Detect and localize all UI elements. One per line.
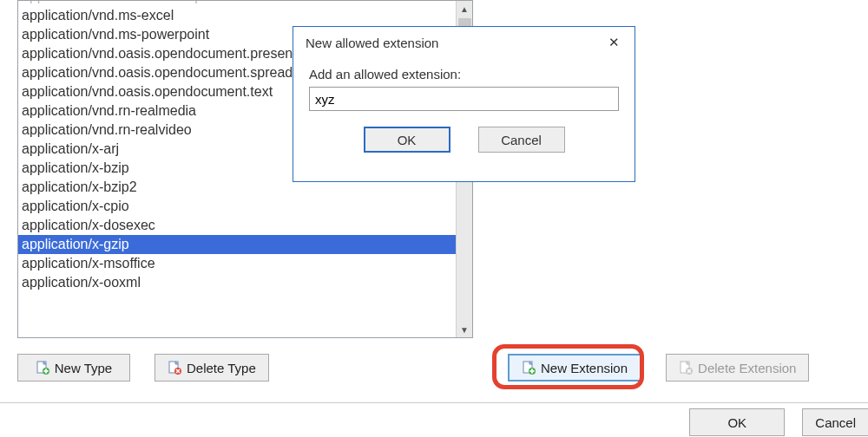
- delete-extension-button: Delete Extension: [666, 354, 809, 382]
- svg-rect-4: [43, 370, 48, 372]
- main-cancel-button[interactable]: Cancel: [802, 408, 868, 436]
- list-item[interactable]: application/x-gzip: [18, 235, 456, 254]
- footer-buttons: OK Cancel: [0, 402, 868, 437]
- delete-type-label: Delete Type: [187, 361, 256, 375]
- list-item[interactable]: application/x-cpio: [18, 197, 456, 216]
- extension-input[interactable]: [309, 87, 619, 111]
- scroll-up-arrow[interactable]: ▲: [457, 1, 472, 16]
- new-type-button[interactable]: New Type: [17, 354, 130, 382]
- list-item[interactable]: application/x-dosexec: [18, 216, 456, 235]
- svg-rect-14: [530, 370, 535, 372]
- document-delete-icon: [168, 361, 181, 375]
- delete-extension-label: Delete Extension: [698, 361, 796, 375]
- dialog-title: New allowed extension: [306, 36, 602, 50]
- dialog-field-label: Add an allowed extension:: [309, 67, 619, 82]
- document-add-icon: [36, 361, 49, 375]
- new-extension-button[interactable]: New Extension: [508, 354, 641, 382]
- document-delete-icon: [679, 361, 693, 375]
- new-extension-label: New Extension: [541, 361, 628, 375]
- dialog-close-button[interactable]: ✕: [602, 32, 626, 53]
- list-item[interactable]: application/x-msoffice: [18, 254, 456, 273]
- delete-type-button[interactable]: Delete Type: [155, 354, 269, 382]
- new-type-label: New Type: [55, 361, 112, 375]
- dialog-cancel-button[interactable]: Cancel: [478, 127, 565, 153]
- new-extension-dialog: New allowed extension ✕ Add an allowed e…: [293, 26, 635, 182]
- main-ok-button[interactable]: OK: [689, 408, 785, 436]
- document-add-icon: [522, 361, 536, 375]
- scroll-down-arrow[interactable]: ▼: [457, 322, 472, 337]
- dialog-ok-button[interactable]: OK: [364, 127, 450, 153]
- list-item[interactable]: application/vnd.ms-excel: [18, 6, 456, 25]
- list-item[interactable]: application/x-ooxml: [18, 273, 456, 292]
- close-icon: ✕: [608, 35, 620, 50]
